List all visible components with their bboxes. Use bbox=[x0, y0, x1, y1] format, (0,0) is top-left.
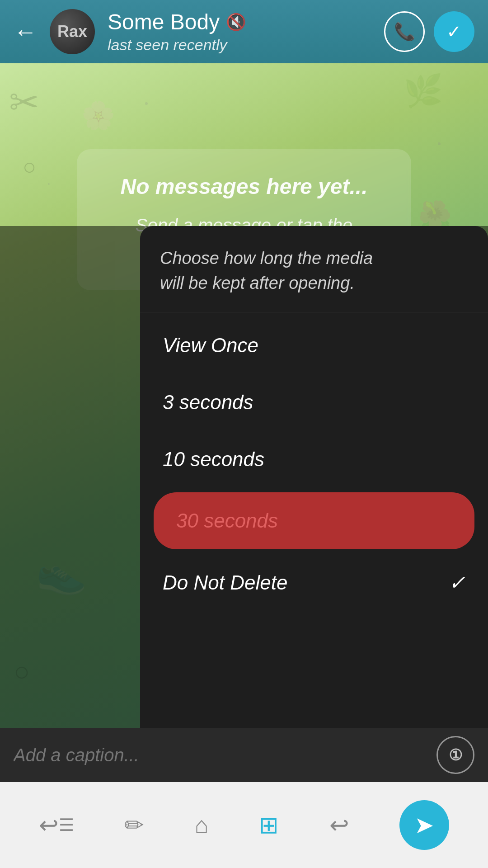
caption-bar: ① bbox=[0, 728, 488, 782]
dropdown-item-do-not-delete[interactable]: Do Not Delete ✓ bbox=[140, 554, 488, 611]
dropdown-header-text: Choose how long the mediawill be kept af… bbox=[160, 246, 468, 296]
caption-input[interactable] bbox=[14, 745, 427, 765]
send-icon: ➤ bbox=[414, 811, 434, 839]
call-button[interactable]: 📞 bbox=[384, 11, 425, 52]
confirm-button[interactable]: ✓ bbox=[434, 11, 474, 52]
sticker-icon[interactable]: ↩☰ bbox=[39, 811, 74, 839]
empty-chat-title: No messages here yet... bbox=[95, 174, 393, 199]
home-icon[interactable]: ⌂ bbox=[195, 811, 209, 839]
bottom-toolbar: ↩☰ ✏ ⌂ ⊞ ↩ ➤ bbox=[0, 782, 488, 868]
selected-check-icon: ✓ bbox=[449, 571, 465, 594]
avatar: Rax bbox=[50, 9, 95, 54]
dropdown-item-30sec[interactable]: 30 seconds bbox=[154, 492, 474, 549]
dropdown-panel: Choose how long the mediawill be kept af… bbox=[140, 226, 488, 764]
undo-icon[interactable]: ↩ bbox=[329, 811, 349, 839]
timer-label: ① bbox=[449, 746, 462, 764]
dropdown-header: Choose how long the mediawill be kept af… bbox=[140, 226, 488, 312]
dropdown-item-view-once[interactable]: View Once bbox=[140, 317, 488, 374]
header: ← Rax Some Body 🔇 last seen recently 📞 ✓ bbox=[0, 0, 488, 63]
header-actions: 📞 ✓ bbox=[384, 11, 474, 52]
draw-icon[interactable]: ✏ bbox=[124, 811, 144, 839]
contact-name: Some Body 🔇 bbox=[108, 9, 371, 34]
contact-info: Some Body 🔇 last seen recently bbox=[108, 9, 371, 54]
dropdown-items: View Once 3 seconds 10 seconds 30 second… bbox=[140, 312, 488, 616]
send-button[interactable]: ➤ bbox=[399, 800, 449, 850]
adjust-icon[interactable]: ⊞ bbox=[259, 811, 279, 839]
timer-badge[interactable]: ① bbox=[436, 736, 474, 774]
back-button[interactable]: ← bbox=[14, 18, 37, 45]
mute-icon: 🔇 bbox=[226, 13, 246, 32]
dropdown-item-3sec[interactable]: 3 seconds bbox=[140, 374, 488, 431]
contact-status: last seen recently bbox=[108, 36, 371, 54]
check-icon: ✓ bbox=[446, 21, 462, 42]
dropdown-item-10sec[interactable]: 10 seconds bbox=[140, 431, 488, 488]
call-icon: 📞 bbox=[394, 22, 415, 42]
